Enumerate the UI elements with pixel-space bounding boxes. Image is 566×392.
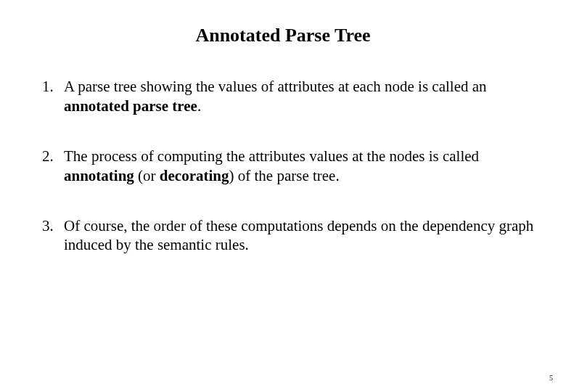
list-item: 3. Of course, the order of these computa…: [42, 216, 540, 256]
item-text: ) of the parse tree.: [229, 167, 340, 184]
slide-page: Annotated Parse Tree 1. A parse tree sho…: [0, 0, 566, 392]
item-text: Of course, the order of these computatio…: [64, 217, 533, 254]
list-item: 1. A parse tree showing the values of at…: [42, 77, 540, 116]
item-number: 2.: [42, 147, 54, 166]
item-number: 1.: [42, 77, 54, 97]
item-text: A parse tree showing the values of attri…: [64, 78, 487, 95]
page-title: Annotated Parse Tree: [26, 25, 540, 46]
numbered-list: 1. A parse tree showing the values of at…: [26, 77, 540, 255]
item-bold: decorating: [160, 167, 229, 184]
item-text: .: [197, 97, 201, 115]
item-text: (or: [134, 167, 160, 184]
item-bold: annotating: [64, 167, 134, 184]
item-number: 3.: [42, 216, 54, 236]
list-item: 2. The process of computing the attribut…: [42, 147, 540, 186]
page-number: 5: [549, 374, 553, 382]
item-text: The process of computing the attributes …: [64, 147, 479, 165]
item-bold: annotated parse tree: [64, 97, 197, 115]
